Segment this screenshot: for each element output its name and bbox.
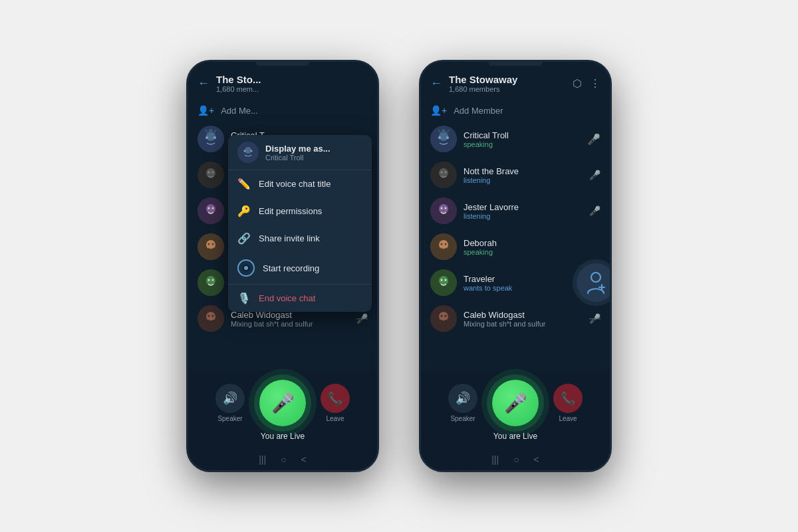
screen-share-icon[interactable]: ⬡ xyxy=(573,77,582,90)
key-icon: 🔑 xyxy=(237,205,251,217)
edit-title-item[interactable]: ✏️ Edit voice chat title xyxy=(228,170,372,198)
member-status-2-1: listening xyxy=(464,176,583,184)
nav-back-1[interactable]: < xyxy=(301,454,307,465)
end-chat-icon: 🎙️ xyxy=(237,292,251,305)
mic-muted-2-5: 🎤 xyxy=(589,313,600,324)
member-item-2-3[interactable]: Deborah speaking xyxy=(421,229,610,265)
member-item-2-0[interactable]: Critical Troll speaking 🎤 xyxy=(421,121,610,157)
header-2: ← The Stowaway 1,680 members ⬡ ⋮ xyxy=(421,62,610,100)
header-icons-2: ⬡ ⋮ xyxy=(573,77,600,90)
mic-muted-2-2: 🎤 xyxy=(589,205,600,216)
svg-point-30 xyxy=(251,150,253,152)
avatar-traveler-1 xyxy=(198,269,224,296)
mic-main-button-1[interactable]: 🎤 xyxy=(259,380,306,426)
record-dot xyxy=(243,265,249,271)
svg-point-41 xyxy=(445,172,447,174)
member-name-2-3: Deborah xyxy=(464,238,600,248)
avatar-critical-troll-2 xyxy=(430,126,457,152)
end-voice-chat-item[interactable]: 🎙️ End voice chat xyxy=(228,285,372,312)
svg-point-39 xyxy=(439,168,448,178)
dropdown-header: Display me as... Critical Troll xyxy=(228,135,372,170)
member-list-2: Critical Troll speaking 🎤 Nott the Brave… xyxy=(421,121,610,370)
nav-back-2[interactable]: < xyxy=(534,454,539,465)
nav-menu-2[interactable]: ||| xyxy=(491,454,499,465)
svg-point-29 xyxy=(244,150,246,152)
avatar-critical-troll-1 xyxy=(198,126,224,152)
speaker-circle-2: 🔊 xyxy=(448,384,477,413)
svg-point-25 xyxy=(208,315,210,317)
svg-point-1 xyxy=(206,132,215,141)
speaker-button-2[interactable]: 🔊 Speaker xyxy=(448,384,477,422)
svg-point-2 xyxy=(205,136,208,139)
live-label-1: You are Live xyxy=(261,432,305,441)
svg-point-26 xyxy=(212,315,214,317)
svg-point-47 xyxy=(439,240,448,249)
start-recording-item[interactable]: Start recording xyxy=(228,252,372,284)
member-name-2-5: Caleb Widogast xyxy=(464,310,583,320)
svg-point-40 xyxy=(441,172,443,174)
leave-button-2[interactable]: 📞 Leave xyxy=(553,384,583,422)
speaker-label-1: Speaker xyxy=(217,415,242,422)
back-button-2[interactable]: ← xyxy=(430,76,442,90)
svg-point-10 xyxy=(212,172,214,174)
avatar-traveler-2 xyxy=(430,269,457,296)
svg-point-28 xyxy=(245,147,251,154)
share-invite-item[interactable]: 🔗 Share invite link xyxy=(228,225,372,252)
request-badge xyxy=(573,259,610,306)
dropdown-username: Critical Troll xyxy=(265,154,331,162)
member-info-2-3: Deborah speaking xyxy=(464,238,600,256)
svg-point-16 xyxy=(206,240,215,249)
back-button-1[interactable]: ← xyxy=(198,76,209,90)
add-member-row-1[interactable]: 👤+ Add Me... xyxy=(188,100,377,121)
member-item-2-1[interactable]: Nott the Brave listening 🎤 xyxy=(421,157,610,193)
display-me-label: Display me as... xyxy=(265,144,331,154)
phone-1: ← The Sto... 1,680 mem... 👤+ Add Me... xyxy=(186,60,379,472)
member-status-2-5: Mixing bat sh*t and sulfur xyxy=(464,320,583,328)
member-info-1-5: Caleb Widogast Mixing bat sh*t and sulfu… xyxy=(231,310,350,328)
speaker-button-1[interactable]: 🔊 Speaker xyxy=(215,384,245,422)
svg-point-52 xyxy=(441,279,443,281)
nav-menu-1[interactable]: ||| xyxy=(259,454,266,465)
svg-point-22 xyxy=(212,279,214,281)
member-status-2-3: speaking xyxy=(464,248,600,256)
nav-home-2[interactable]: ○ xyxy=(513,454,519,465)
edit-permissions-item[interactable]: 🔑 Edit permissions xyxy=(228,198,372,225)
add-member-text-2: Add Member xyxy=(454,106,503,116)
nav-bar-2: ||| ○ < xyxy=(421,449,610,470)
svg-point-35 xyxy=(442,129,446,133)
member-count-2: 1,680 members xyxy=(449,85,573,93)
nav-bar-1: ||| ○ < xyxy=(188,449,377,470)
svg-point-34 xyxy=(446,136,449,139)
add-member-icon-2: 👤+ xyxy=(430,105,447,116)
svg-point-58 xyxy=(445,315,447,317)
request-badge-inner xyxy=(577,263,610,302)
svg-point-33 xyxy=(438,136,441,139)
leave-circle-2: 📞 xyxy=(553,384,583,413)
leave-button-1[interactable]: 📞 Leave xyxy=(321,384,350,422)
record-icon xyxy=(237,259,255,277)
member-info-2-2: Jester Lavorre listening xyxy=(464,202,583,220)
member-status-2-2: listening xyxy=(464,212,583,220)
svg-point-24 xyxy=(206,312,215,321)
member-item-2-2[interactable]: Jester Lavorre listening 🎤 xyxy=(421,193,610,229)
leave-label-2: Leave xyxy=(559,415,577,422)
svg-point-45 xyxy=(445,207,447,209)
member-item-2-4[interactable]: Traveler wants to speak xyxy=(421,265,610,301)
header-info-1: The Sto... 1,680 mem... xyxy=(216,74,368,93)
mic-main-button-2[interactable]: 🎤 xyxy=(492,380,539,426)
member-info-2-5: Caleb Widogast Mixing bat sh*t and sulfu… xyxy=(464,310,583,328)
dropdown-avatar xyxy=(237,142,259,163)
live-label-2: You are Live xyxy=(493,432,537,441)
svg-point-12 xyxy=(206,204,215,213)
avatar-jester-1 xyxy=(198,198,224,224)
more-options-icon[interactable]: ⋮ xyxy=(590,77,600,90)
bottom-bar-1: 🔊 Speaker 🎤 📞 Leave You are Live xyxy=(188,370,377,449)
member-name-2-2: Jester Lavorre xyxy=(464,202,583,212)
mic-muted-1-5: 🎤 xyxy=(356,313,368,324)
add-member-row-2[interactable]: 👤+ Add Member xyxy=(421,100,610,121)
member-item-2-5[interactable]: Caleb Widogast Mixing bat sh*t and sulfu… xyxy=(421,301,610,336)
svg-point-53 xyxy=(445,279,447,281)
member-info-2-0: Critical Troll speaking xyxy=(464,130,581,148)
mic-muted-2-1: 🎤 xyxy=(589,170,600,180)
nav-home-1[interactable]: ○ xyxy=(281,454,286,465)
